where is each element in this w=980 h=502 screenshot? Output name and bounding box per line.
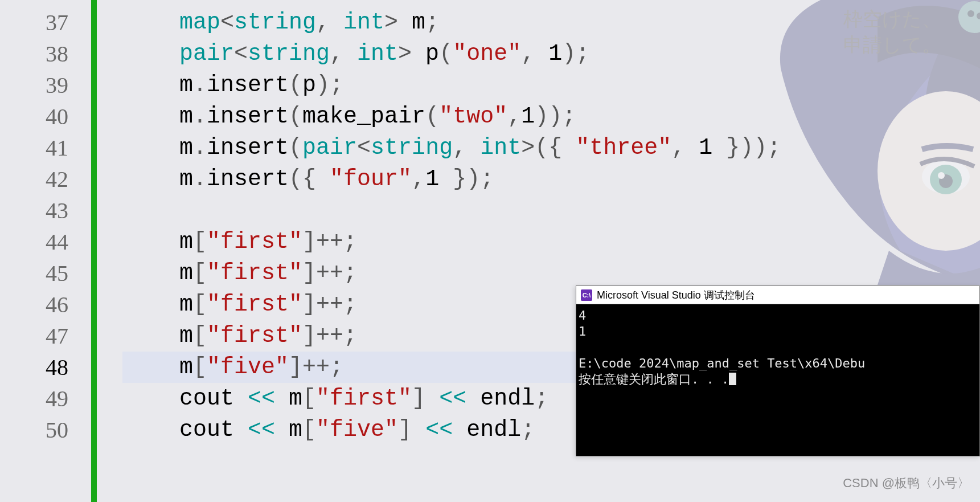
code-line[interactable] (122, 195, 980, 226)
line-number-gutter: 3738394041424344454647484950 (0, 0, 91, 502)
line-number: 49 (0, 383, 68, 414)
code-line[interactable]: m["first"]++; (122, 258, 980, 289)
line-number: 39 (0, 70, 68, 101)
line-number: 40 (0, 101, 68, 132)
code-line[interactable]: pair<string, int> p("one", 1); (122, 38, 980, 70)
line-number: 43 (0, 195, 68, 226)
code-line[interactable]: m.insert({ "four",1 }); (122, 164, 980, 195)
code-line[interactable]: m.insert(p); (122, 70, 980, 101)
code-line[interactable]: m.insert(make_pair("two",1)); (122, 101, 980, 132)
line-number: 47 (0, 320, 68, 352)
line-number: 37 (0, 7, 68, 38)
console-titlebar[interactable]: C:\ Microsoft Visual Studio 调试控制台 (576, 286, 979, 304)
line-number: 48 (0, 352, 68, 383)
code-line[interactable]: m["first"]++; (122, 226, 980, 258)
line-number: 50 (0, 414, 68, 446)
line-number: 42 (0, 164, 68, 195)
console-cursor (729, 373, 736, 385)
line-number: 45 (0, 258, 68, 289)
visual-studio-icon: C:\ (581, 289, 592, 301)
line-number: 38 (0, 38, 68, 70)
debug-console-window[interactable]: C:\ Microsoft Visual Studio 调试控制台 4 1 E:… (576, 285, 980, 456)
change-indicator-bar (91, 0, 97, 502)
console-title-text: Microsoft Visual Studio 调试控制台 (597, 288, 755, 302)
line-number: 41 (0, 132, 68, 164)
console-output[interactable]: 4 1 E:\code 2024\map_and_set Test\x64\De… (576, 304, 979, 456)
code-line[interactable]: map<string, int> m; (122, 7, 980, 38)
line-number: 46 (0, 289, 68, 320)
line-number: 44 (0, 226, 68, 258)
code-line[interactable]: m.insert(pair<string, int>({ "three", 1 … (122, 132, 980, 164)
